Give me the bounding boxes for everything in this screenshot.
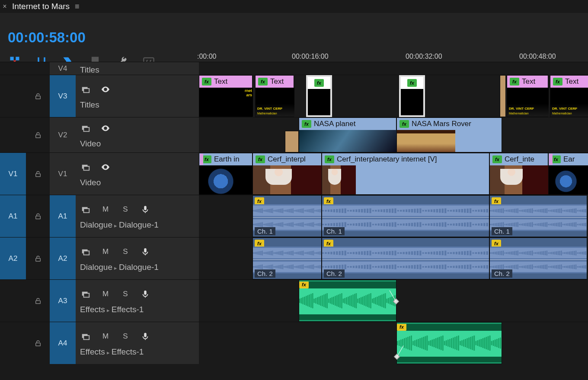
lock-toggle[interactable]: [26, 75, 50, 117]
track-target[interactable]: A2: [50, 238, 76, 279]
mute-button[interactable]: M: [100, 247, 111, 256]
solo-button[interactable]: S: [120, 247, 131, 256]
clip[interactable]: fx: [399, 75, 425, 117]
svg-rect-841: [362, 297, 363, 305]
solo-button[interactable]: S: [120, 332, 131, 341]
clip[interactable]: fxText: [199, 75, 252, 117]
track-target[interactable]: A4: [50, 322, 76, 364]
track-target[interactable]: V1: [50, 153, 76, 195]
fx-badge-icon: fx: [256, 155, 265, 163]
lock-toggle[interactable]: [26, 280, 50, 322]
svg-rect-352: [551, 224, 552, 226]
audio-clip[interactable]: fx: [299, 280, 396, 322]
audio-clip[interactable]: fx: [396, 322, 502, 364]
mute-button[interactable]: M: [100, 332, 111, 341]
mic-icon[interactable]: [140, 246, 151, 257]
source-patch[interactable]: V1: [0, 153, 26, 195]
svg-rect-603: [447, 266, 449, 268]
sync-lock-icon[interactable]: [80, 331, 91, 342]
lock-toggle[interactable]: [26, 62, 50, 75]
source-patch[interactable]: [0, 322, 26, 364]
mute-button[interactable]: M: [100, 290, 111, 298]
audio-clip[interactable]: fx Ch. 2: [322, 238, 489, 279]
sync-lock-icon[interactable]: [80, 162, 91, 173]
lock-toggle[interactable]: [26, 117, 50, 152]
clip[interactable]: fxNASA planet: [299, 117, 396, 152]
clip[interactable]: [500, 75, 506, 117]
eye-icon[interactable]: [100, 162, 111, 173]
svg-rect-515: [369, 251, 371, 256]
clip[interactable]: fxCerf_inte: [489, 153, 548, 195]
panel-menu-icon[interactable]: ≡: [72, 2, 82, 11]
mic-icon[interactable]: [140, 331, 151, 342]
svg-rect-357: [559, 222, 560, 227]
playhead-timecode[interactable]: 00:00:58:00: [8, 29, 86, 46]
lock-toggle[interactable]: [26, 195, 50, 237]
clips-area[interactable]: fxEarth in fxCerf_interpl fxCerf_interpl…: [199, 153, 588, 195]
clips-area[interactable]: fxNASA planet fxNASA Mars Rover: [199, 117, 588, 152]
clip[interactable]: fx: [306, 75, 332, 117]
clips-area[interactable]: fx Ch. 1 fx Ch. 1 fx Ch. 1: [199, 195, 588, 237]
eye-icon[interactable]: [100, 84, 111, 95]
audio-clip[interactable]: fx Ch. 2: [252, 238, 322, 279]
source-patch[interactable]: A1: [0, 195, 26, 237]
svg-rect-48: [292, 209, 293, 213]
track-target[interactable]: A3: [50, 280, 76, 322]
track-target[interactable]: V4: [50, 62, 76, 75]
sync-lock-icon[interactable]: [80, 84, 91, 95]
svg-rect-88: [269, 223, 270, 226]
clip[interactable]: fxEarth in: [199, 153, 252, 195]
svg-rect-231: [425, 224, 427, 225]
svg-rect-601: [442, 265, 444, 269]
clip[interactable]: fxNASA Mars Rover: [396, 117, 502, 152]
sync-lock-icon[interactable]: [80, 246, 91, 257]
sync-lock-icon[interactable]: [80, 204, 91, 215]
clip[interactable]: fxEar: [548, 153, 588, 195]
clips-area[interactable]: fx: [199, 280, 588, 322]
source-patch[interactable]: [0, 75, 26, 117]
svg-rect-218: [389, 223, 390, 227]
clips-area[interactable]: fx Ch. 2 fx Ch. 2 fx Ch. 2: [199, 238, 588, 279]
mic-icon[interactable]: [140, 204, 151, 215]
sync-lock-icon[interactable]: [80, 288, 91, 300]
audio-clip[interactable]: fx Ch. 2: [489, 238, 587, 279]
svg-rect-24: [264, 210, 265, 212]
lock-toggle[interactable]: [26, 153, 50, 195]
eye-icon[interactable]: [100, 123, 111, 134]
source-patch[interactable]: A2: [0, 238, 26, 279]
svg-rect-201: [342, 222, 343, 227]
clip[interactable]: fxText: [255, 75, 294, 117]
mute-button[interactable]: M: [100, 205, 111, 214]
track-target[interactable]: V2: [50, 117, 76, 152]
audio-clip[interactable]: fx Ch. 1: [322, 195, 489, 237]
svg-rect-938: [418, 339, 419, 347]
clip[interactable]: fxText: [507, 75, 548, 117]
source-patch[interactable]: [0, 62, 26, 75]
close-icon[interactable]: ×: [0, 3, 10, 10]
svg-rect-270: [516, 209, 517, 213]
audio-clip[interactable]: fx Ch. 1: [252, 195, 322, 237]
sequence-title[interactable]: Internet to Mars: [10, 2, 72, 11]
solo-button[interactable]: S: [120, 290, 131, 298]
svg-rect-814: [319, 297, 320, 305]
clip[interactable]: [285, 131, 299, 152]
lock-toggle[interactable]: [26, 322, 50, 364]
source-patch[interactable]: [0, 280, 26, 322]
svg-rect-946: [432, 340, 433, 347]
svg-rect-822: [332, 298, 332, 304]
clips-area[interactable]: fx: [199, 322, 588, 364]
solo-button[interactable]: S: [120, 205, 131, 214]
clips-area[interactable]: [199, 62, 588, 75]
mic-icon[interactable]: [140, 288, 151, 300]
track-target[interactable]: A1: [50, 195, 76, 237]
clip[interactable]: fxCerf_interpl: [252, 153, 322, 195]
clip[interactable]: fxCerf_interplanetary internet [V]: [322, 153, 489, 195]
sync-lock-icon[interactable]: [80, 123, 91, 134]
svg-rect-571: [358, 266, 360, 269]
source-patch[interactable]: [0, 117, 26, 152]
clips-area[interactable]: fxText fxText fxfxfxText fxText: [199, 75, 588, 117]
audio-clip[interactable]: fx Ch. 1: [489, 195, 587, 237]
clip[interactable]: fxText: [550, 75, 588, 117]
lock-toggle[interactable]: [26, 238, 50, 279]
track-target[interactable]: V3: [50, 75, 76, 117]
